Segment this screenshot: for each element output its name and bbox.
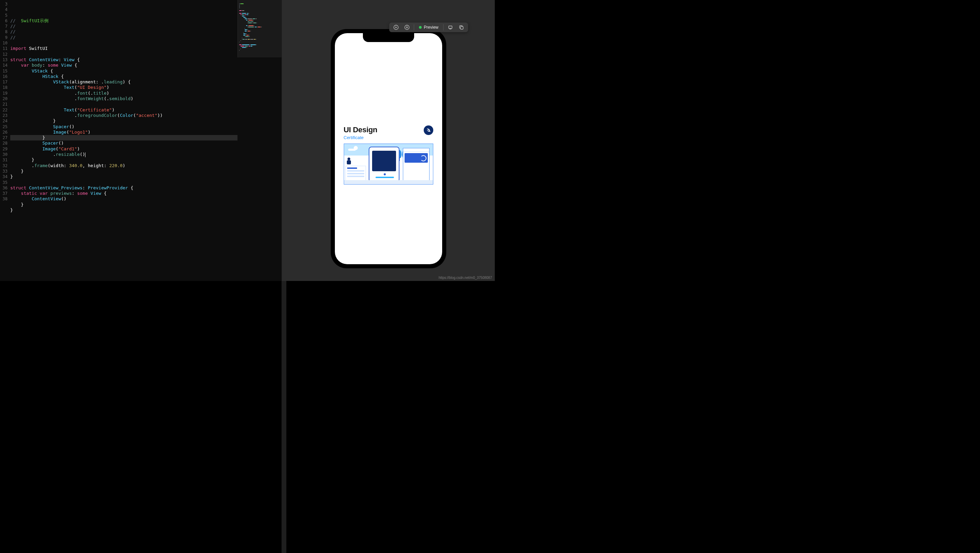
line-number: 30 <box>0 152 10 157</box>
live-status-dot-icon <box>419 26 422 29</box>
line-number: 19 <box>0 91 10 96</box>
code-line[interactable]: import SwiftUI <box>10 46 282 51</box>
svg-rect-4 <box>449 26 452 29</box>
line-number: 22 <box>0 107 10 113</box>
code-line[interactable]: HStack { <box>10 74 282 79</box>
line-number: 37 <box>0 191 10 196</box>
line-number: 35 <box>0 180 10 185</box>
content-view-card: UI Design Certificate <box>344 126 433 185</box>
code-line[interactable]: Text("UI Design") <box>10 85 282 90</box>
code-editor-pane[interactable]: 3456789101112131415161718192021222324252… <box>0 0 282 281</box>
line-number: 20 <box>0 96 10 102</box>
code-line[interactable]: var body: some View { <box>10 62 282 68</box>
line-number: 29 <box>0 146 10 152</box>
code-line[interactable]: Text("Certificate") <box>10 107 282 113</box>
line-number: 5 <box>0 13 10 18</box>
code-area[interactable]: // SwiftUI示例//////import SwiftUIstruct C… <box>10 0 282 281</box>
line-number: 3 <box>0 2 10 7</box>
code-line[interactable]: struct ContentView: View { <box>10 57 282 62</box>
code-line[interactable]: } <box>10 135 282 140</box>
run-preview-button[interactable] <box>391 23 401 32</box>
line-number: 10 <box>0 40 10 46</box>
line-number: 27 <box>0 135 10 140</box>
toolbar-separator <box>414 24 414 30</box>
preview-canvas-pane: Preview UI Design Certificate <box>282 0 495 281</box>
swift-logo-icon <box>424 126 433 135</box>
code-line[interactable]: } <box>10 157 282 163</box>
preview-label: Preview <box>424 25 438 30</box>
code-line[interactable]: // <box>10 24 282 29</box>
code-line[interactable] <box>10 52 282 57</box>
line-number: 24 <box>0 118 10 124</box>
code-line[interactable]: ContentView() <box>10 196 282 202</box>
line-number: 28 <box>0 140 10 146</box>
line-number: 4 <box>0 7 10 12</box>
code-line[interactable]: static var previews: some View { <box>10 191 282 196</box>
code-line[interactable]: Spacer() <box>10 124 282 129</box>
svg-rect-2 <box>406 27 407 29</box>
line-number: 18 <box>0 85 10 90</box>
watermark-text: https://blog.csdn.net/m0_37508087 <box>439 276 492 280</box>
code-line[interactable]: } <box>10 169 282 174</box>
code-line[interactable] <box>10 213 282 218</box>
live-preview-indicator[interactable]: Preview <box>416 25 441 30</box>
device-notch <box>363 33 414 42</box>
code-line[interactable]: // <box>10 29 282 35</box>
code-line[interactable]: } <box>10 207 282 213</box>
line-number-gutter: 3456789101112131415161718192021222324252… <box>0 0 10 281</box>
code-line[interactable]: struct ContentView_Previews: PreviewProv… <box>10 185 282 191</box>
svg-rect-3 <box>407 27 408 29</box>
line-number: 16 <box>0 74 10 79</box>
line-number: 23 <box>0 113 10 118</box>
code-line[interactable]: } <box>10 202 282 207</box>
line-number: 25 <box>0 124 10 129</box>
duplicate-preview-button[interactable] <box>457 23 466 32</box>
line-number: 8 <box>0 29 10 35</box>
line-number: 33 <box>0 169 10 174</box>
code-line[interactable]: // <box>10 35 282 40</box>
line-number: 11 <box>0 46 10 51</box>
line-number: 26 <box>0 129 10 135</box>
line-number: 32 <box>0 163 10 169</box>
code-line[interactable]: .frame(width: 340.0, height: 220.0) <box>10 163 282 169</box>
toolbar-separator <box>443 24 444 30</box>
line-number: 38 <box>0 196 10 202</box>
line-number: 15 <box>0 69 10 74</box>
card-illustration <box>344 143 433 185</box>
line-number: 12 <box>0 52 10 57</box>
line-number: 9 <box>0 35 10 40</box>
line-number: 14 <box>0 62 10 68</box>
code-line[interactable]: } <box>10 118 282 124</box>
line-number: 17 <box>0 79 10 85</box>
svg-rect-6 <box>461 27 463 29</box>
code-line[interactable]: // SwiftUI示例 <box>10 18 282 24</box>
code-line[interactable]: } <box>10 174 282 179</box>
code-line[interactable]: .resizable() <box>10 152 282 157</box>
pause-preview-button[interactable] <box>402 23 412 32</box>
preview-toolbar: Preview <box>389 22 468 32</box>
line-number: 36 <box>0 185 10 191</box>
device-frame: UI Design Certificate <box>331 29 446 268</box>
text-cursor <box>85 153 86 157</box>
card-title: UI Design <box>344 126 377 134</box>
code-line[interactable]: VStack(alignment: .leading) { <box>10 79 282 85</box>
svg-point-1 <box>405 25 409 30</box>
code-line[interactable]: .font(.title) <box>10 91 282 96</box>
device-screen[interactable]: UI Design Certificate <box>335 33 442 264</box>
device-settings-button[interactable] <box>445 23 455 32</box>
code-line[interactable] <box>10 102 282 107</box>
code-line[interactable]: Image("Logo1") <box>10 129 282 135</box>
line-number: 34 <box>0 174 10 179</box>
code-line[interactable]: .fontWeight(.semibold) <box>10 96 282 102</box>
code-line[interactable]: Spacer() <box>10 140 282 146</box>
line-number: 31 <box>0 157 10 163</box>
code-line[interactable]: .foregroundColor(Color("accent")) <box>10 113 282 118</box>
line-number: 21 <box>0 102 10 107</box>
line-number: 6 <box>0 18 10 24</box>
code-line[interactable]: Image("Card1") <box>10 146 282 152</box>
line-number: 7 <box>0 24 10 29</box>
code-line[interactable] <box>10 40 282 46</box>
line-number: 13 <box>0 57 10 62</box>
code-line[interactable]: VStack { <box>10 69 282 74</box>
code-line[interactable] <box>10 180 282 185</box>
